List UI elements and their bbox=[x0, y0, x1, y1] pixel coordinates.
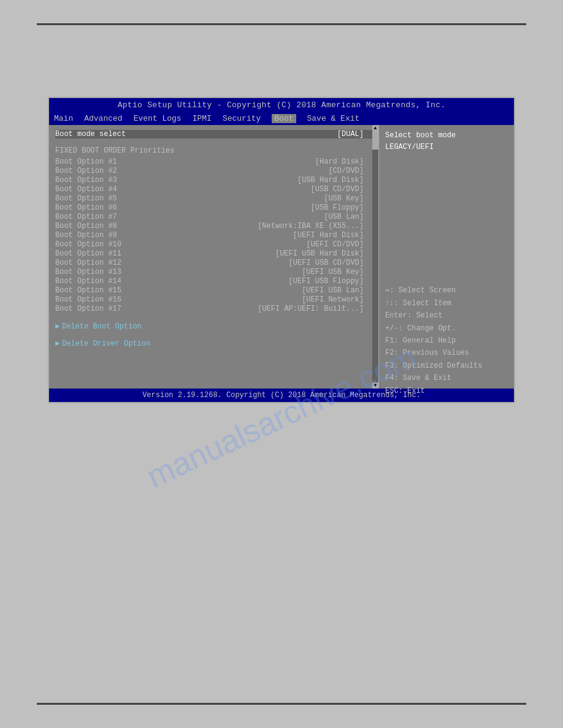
bios-container: Aptio Setup Utility - Copyright (C) 2018… bbox=[48, 97, 515, 403]
scrollbar-down-arrow[interactable]: ▼ bbox=[372, 382, 378, 389]
boot-mode-row[interactable]: Boot mode select [DUAL] bbox=[55, 130, 372, 138]
help-key-f2: F2: Previous Values bbox=[385, 347, 508, 359]
help-key-enter: Enter: Select bbox=[385, 309, 508, 322]
help-key-change-opt: +/-: Change Opt. bbox=[385, 322, 508, 335]
delete-boot-label: Delete Boot Option bbox=[62, 322, 142, 331]
scrollbar[interactable]: ▲ ▼ bbox=[372, 125, 378, 389]
boot-option-9[interactable]: Boot Option #9 [UEFI Hard Disk] bbox=[55, 231, 372, 240]
delete-driver-label: Delete Driver Option bbox=[62, 339, 150, 348]
boot-mode-label: Boot mode select bbox=[55, 130, 126, 138]
boot-option-17[interactable]: Boot Option #17 [UEFI AP:UEFI: Built...] bbox=[55, 305, 372, 313]
fixed-boot-order-title: FIXED BOOT ORDER Priorities bbox=[55, 146, 372, 155]
menu-item-boot[interactable]: Boot bbox=[272, 114, 296, 123]
menu-item-security[interactable]: Security bbox=[223, 114, 261, 123]
boot-option-11[interactable]: Boot Option #11 [UEFI USB Hard Disk] bbox=[55, 249, 372, 258]
boot-option-7[interactable]: Boot Option #7 [USB Lan] bbox=[55, 213, 372, 221]
boot-option-8[interactable]: Boot Option #8 [Network:IBA XE (X55...] bbox=[55, 222, 372, 230]
help-key-select-item: ↑↓: Select Item bbox=[385, 297, 508, 309]
boot-option-12[interactable]: Boot Option #12 [UEFI USB CD/DVD] bbox=[55, 259, 372, 267]
boot-option-1[interactable]: Boot Option #1 [Hard Disk] bbox=[55, 157, 372, 166]
title-text: Aptio Setup Utility - Copyright (C) 2018… bbox=[118, 100, 446, 110]
boot-option-14[interactable]: Boot Option #14 [UEFI USB Floppy] bbox=[55, 277, 372, 286]
help-key-select-screen: ⇔: Select Screen bbox=[385, 284, 508, 297]
submenu-arrow-1: ► bbox=[55, 322, 59, 331]
help-key-f4: F4: Save & Exit bbox=[385, 372, 508, 384]
menu-item-event-logs[interactable]: Event Logs bbox=[134, 114, 182, 123]
delete-boot-option[interactable]: ► Delete Boot Option bbox=[55, 322, 372, 331]
boot-option-13[interactable]: Boot Option #13 [UEFI USB Key] bbox=[55, 268, 372, 276]
menu-item-advanced[interactable]: Advanced bbox=[84, 114, 122, 123]
boot-option-6[interactable]: Boot Option #6 [USB Floppy] bbox=[55, 203, 372, 212]
footer-text: Version 2.19.1268. Copyright (C) 2018 Am… bbox=[142, 391, 421, 400]
menu-bar[interactable]: Main Advanced Event Logs IPMI Security B… bbox=[49, 112, 514, 125]
top-border-line bbox=[37, 23, 526, 25]
boot-option-4[interactable]: Boot Option #4 [USB CD/DVD] bbox=[55, 185, 372, 194]
bottom-border-line bbox=[37, 703, 526, 705]
scrollbar-thumb[interactable] bbox=[372, 131, 378, 150]
help-keys-section: ⇔: Select Screen ↑↓: Select Item Enter: … bbox=[385, 284, 508, 397]
boot-option-5[interactable]: Boot Option #5 [USB Key] bbox=[55, 194, 372, 203]
boot-mode-value: [DUAL] bbox=[337, 130, 364, 138]
help-header: Select boot mode LEGACY/UEFI bbox=[385, 130, 508, 153]
menu-item-main[interactable]: Main bbox=[54, 114, 73, 123]
boot-option-2[interactable]: Boot Option #2 [CD/DVD] bbox=[55, 167, 372, 175]
menu-item-ipmi[interactable]: IPMI bbox=[193, 114, 212, 123]
right-panel: Select boot mode LEGACY/UEFI ⇔: Select S… bbox=[379, 125, 514, 389]
boot-option-3[interactable]: Boot Option #3 [USB Hard Disk] bbox=[55, 176, 372, 184]
boot-option-10[interactable]: Boot Option #10 [UEFI CD/DVD] bbox=[55, 240, 372, 249]
bios-body: Boot mode select [DUAL] FIXED BOOT ORDER… bbox=[49, 125, 514, 389]
scrollbar-up-arrow[interactable]: ▲ bbox=[372, 125, 378, 131]
submenu-arrow-2: ► bbox=[55, 339, 59, 348]
help-key-f3: F3: Optimized Defaults bbox=[385, 360, 508, 372]
left-panel: Boot mode select [DUAL] FIXED BOOT ORDER… bbox=[49, 125, 379, 389]
boot-option-16[interactable]: Boot Option #16 [UEFI Network] bbox=[55, 295, 372, 304]
delete-driver-option[interactable]: ► Delete Driver Option bbox=[55, 339, 372, 348]
boot-option-15[interactable]: Boot Option #15 [UEFI USB Lan] bbox=[55, 286, 372, 295]
help-key-f1: F1: General Help bbox=[385, 335, 508, 347]
title-bar: Aptio Setup Utility - Copyright (C) 2018… bbox=[49, 98, 514, 112]
menu-item-save-exit[interactable]: Save & Exit bbox=[307, 114, 360, 123]
